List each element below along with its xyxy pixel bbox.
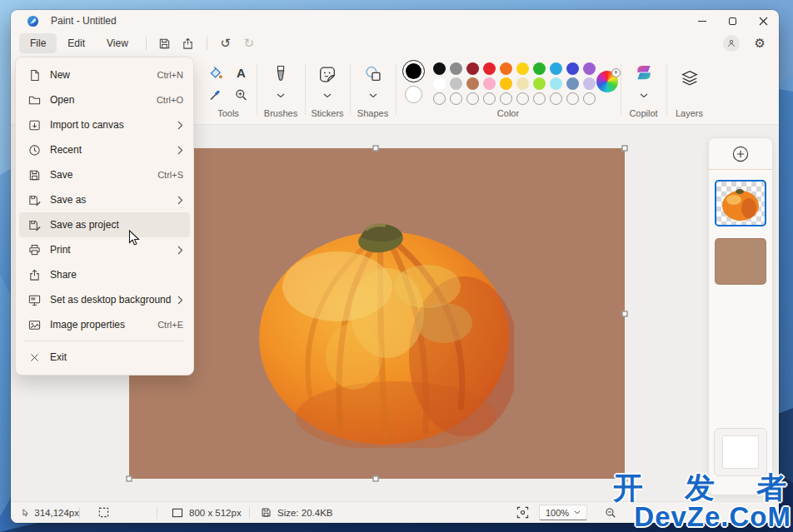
chevron-down-icon bbox=[277, 93, 285, 98]
color-swatch-empty[interactable] bbox=[533, 92, 546, 105]
color-swatch[interactable] bbox=[466, 62, 479, 75]
color-swatch[interactable] bbox=[450, 62, 462, 75]
redo-icon: ↻ bbox=[244, 37, 255, 50]
submenu-chevron-icon bbox=[177, 246, 183, 255]
close-button[interactable] bbox=[748, 10, 779, 32]
resize-handle-top-right[interactable] bbox=[622, 146, 628, 152]
submenu-chevron-icon bbox=[177, 121, 183, 130]
chevron-down-icon bbox=[640, 93, 648, 98]
resize-handle-top[interactable] bbox=[373, 146, 379, 152]
file-menu: New Ctrl+N Open Ctrl+O Import to canvas … bbox=[15, 57, 194, 375]
resize-handle-right[interactable] bbox=[622, 311, 628, 317]
color-swatch[interactable] bbox=[550, 77, 562, 90]
file-menu-item-exit[interactable]: Exit bbox=[19, 345, 190, 370]
color-swatch[interactable] bbox=[566, 77, 579, 90]
undo-button[interactable]: ↺ bbox=[214, 34, 237, 52]
color-palette-grid bbox=[433, 62, 596, 105]
color-swatch[interactable] bbox=[583, 62, 596, 75]
open-folder-icon bbox=[27, 93, 41, 107]
file-menu-item-open[interactable]: Open Ctrl+O bbox=[19, 87, 190, 112]
color-swatch-empty[interactable] bbox=[466, 92, 479, 105]
layers-group[interactable]: Layers bbox=[666, 55, 712, 124]
menu-file[interactable]: File bbox=[19, 33, 57, 53]
file-menu-item-save-as-project[interactable]: Save as project bbox=[19, 212, 190, 237]
menubar: File Edit View ↺ ↻ bbox=[11, 32, 779, 55]
maximize-button[interactable] bbox=[717, 10, 748, 32]
layers-label: Layers bbox=[666, 108, 712, 118]
add-layer-button[interactable] bbox=[731, 145, 750, 163]
color-swatch-empty[interactable] bbox=[583, 92, 596, 105]
eyedropper-tool-button[interactable] bbox=[205, 85, 227, 105]
color-swatch[interactable] bbox=[566, 62, 579, 75]
color-swatch[interactable] bbox=[516, 77, 529, 90]
edit-colors-button[interactable]: + bbox=[596, 71, 618, 92]
fill-tool-button[interactable] bbox=[205, 62, 227, 82]
brush-icon bbox=[271, 64, 291, 86]
zoom-out-button[interactable] bbox=[599, 504, 622, 522]
color-swatch[interactable] bbox=[483, 77, 496, 90]
secondary-color-swatch[interactable] bbox=[405, 86, 422, 103]
account-button[interactable] bbox=[723, 35, 740, 52]
layer-2-thumbnail[interactable] bbox=[715, 238, 766, 285]
brushes-group[interactable]: Brushes bbox=[257, 55, 305, 124]
color-swatch-empty[interactable] bbox=[566, 92, 579, 105]
color-swatch[interactable] bbox=[550, 62, 562, 75]
settings-button[interactable]: ⚙ bbox=[755, 36, 766, 51]
layers-icon bbox=[679, 68, 700, 89]
selection-size-status bbox=[80, 507, 157, 518]
file-menu-item-recent[interactable]: Recent bbox=[19, 137, 190, 162]
fill-bucket-icon bbox=[208, 66, 222, 80]
copilot-group[interactable]: Copilot bbox=[621, 55, 666, 124]
submenu-chevron-icon bbox=[177, 146, 183, 155]
save-button[interactable] bbox=[153, 34, 177, 52]
resize-handle-bottom-right[interactable] bbox=[622, 476, 628, 482]
primary-color-swatch[interactable] bbox=[402, 60, 425, 82]
file-menu-item-save-as[interactable]: Save as bbox=[19, 187, 190, 212]
color-swatch[interactable] bbox=[516, 62, 529, 75]
file-menu-item-print[interactable]: Print bbox=[19, 237, 190, 262]
file-menu-item-import-to-canvas[interactable]: Import to canvas bbox=[19, 112, 190, 137]
color-swatch[interactable] bbox=[533, 77, 546, 90]
zoom-out-icon bbox=[605, 507, 616, 519]
background-layer-thumbnail[interactable] bbox=[714, 428, 767, 476]
color-swatch[interactable] bbox=[533, 62, 546, 75]
layer-1-thumbnail[interactable] bbox=[715, 180, 766, 226]
redo-button[interactable]: ↻ bbox=[237, 34, 261, 52]
file-menu-item-new[interactable]: New Ctrl+N bbox=[19, 62, 190, 87]
color-swatch-empty[interactable] bbox=[433, 92, 446, 105]
file-menu-item-image-properties[interactable]: Image properties Ctrl+E bbox=[19, 312, 190, 337]
zoom-level-dropdown[interactable]: 100% bbox=[539, 505, 587, 520]
shapes-group[interactable]: Shapes bbox=[350, 55, 396, 124]
titlebar: Paint - Untitled bbox=[11, 10, 779, 32]
file-menu-item-save[interactable]: Save Ctrl+S bbox=[19, 162, 190, 187]
menu-edit[interactable]: Edit bbox=[57, 33, 96, 53]
color-swatch[interactable] bbox=[583, 77, 596, 90]
color-swatch-empty[interactable] bbox=[483, 92, 496, 105]
paint-canvas[interactable] bbox=[129, 148, 625, 479]
submenu-chevron-icon bbox=[177, 296, 183, 305]
color-swatch[interactable] bbox=[500, 77, 512, 90]
file-menu-item-share[interactable]: Share bbox=[19, 262, 190, 287]
color-swatch[interactable] bbox=[433, 77, 446, 90]
text-tool-button[interactable]: A bbox=[231, 62, 252, 82]
resize-handle-bottom-left[interactable] bbox=[127, 476, 132, 482]
color-swatch[interactable] bbox=[466, 77, 479, 90]
color-swatch[interactable] bbox=[483, 62, 496, 75]
color-swatch-empty[interactable] bbox=[500, 92, 512, 105]
fit-to-window-button[interactable] bbox=[511, 504, 534, 522]
selection-icon bbox=[98, 507, 109, 518]
color-swatch[interactable] bbox=[450, 77, 462, 90]
file-menu-item-set-as-desktop-background[interactable]: Set as desktop background bbox=[19, 287, 190, 312]
color-swatch[interactable] bbox=[433, 62, 446, 75]
canvas-size-icon bbox=[172, 508, 183, 518]
color-swatch-empty[interactable] bbox=[516, 92, 529, 105]
color-swatch-empty[interactable] bbox=[450, 92, 462, 105]
color-swatch[interactable] bbox=[500, 62, 512, 75]
color-swatch-empty[interactable] bbox=[550, 92, 562, 105]
minimize-button[interactable] bbox=[686, 10, 717, 32]
share-button[interactable] bbox=[177, 34, 200, 52]
magnifier-tool-button[interactable] bbox=[231, 85, 252, 105]
stickers-group[interactable]: Stickers bbox=[305, 55, 350, 124]
resize-handle-bottom[interactable] bbox=[373, 476, 379, 482]
menu-view[interactable]: View bbox=[96, 33, 139, 53]
